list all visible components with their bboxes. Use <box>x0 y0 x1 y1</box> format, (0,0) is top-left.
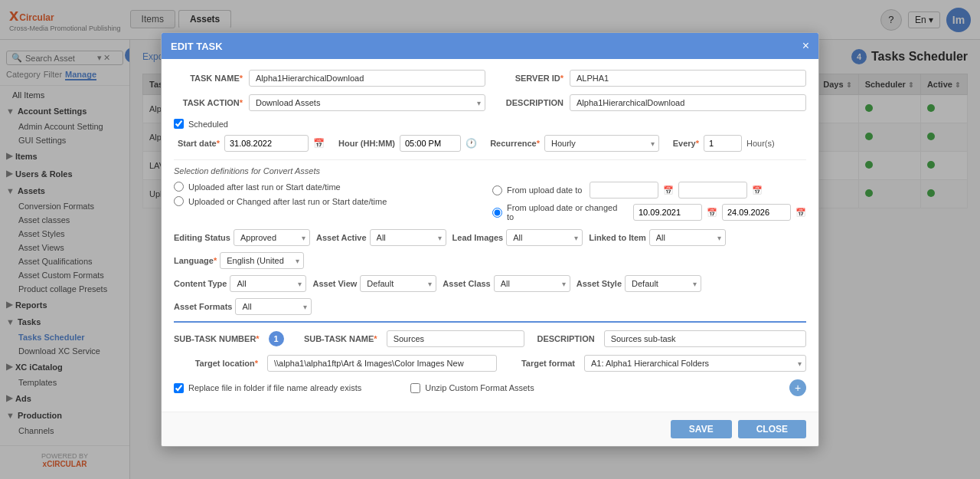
selection-title: Selection definitions for Convert Assets <box>174 166 806 176</box>
radio-from-upload-changed-label: From upload date or changed to <box>507 203 626 221</box>
subtask-desc-input[interactable] <box>604 330 806 347</box>
sub-task-section: SUB-TASK NUMBER* 1 SUB-TASK NAME* DESCRI… <box>174 321 806 396</box>
language-select[interactable]: English (United <box>220 252 304 269</box>
language-label: Language* <box>174 256 217 265</box>
radio-from-upload-changed-to: From upload date or changed to 📅 📅 <box>492 203 806 221</box>
target-location-label: Target location* <box>174 359 258 368</box>
radio-uploaded-after-input[interactable] <box>174 182 184 192</box>
main-layout: ‹ 🔍 ▾ ✕ Category Filter Manage All Items <box>0 40 980 479</box>
modal-footer: SAVE CLOSE <box>162 412 818 446</box>
modal-title: EDIT TASK <box>171 41 223 52</box>
radio-from-upload-to: From upload date to 📅 📅 <box>492 182 806 198</box>
radio-from-upload-to-input[interactable] <box>492 185 502 195</box>
hour-input[interactable] <box>400 135 461 152</box>
target-format-label: Target format <box>506 359 575 368</box>
subtask-name-label: SUB-TASK NAME* <box>293 334 377 343</box>
modal-overlay: EDIT TASK × TASK NAME* SERVER ID* <box>130 40 980 479</box>
linked-to-item-label: Linked to Item <box>589 233 646 242</box>
editing-status-select[interactable]: ApprovedAllDraft <box>234 229 310 246</box>
start-date-label: Start date* <box>174 139 220 148</box>
description-input[interactable] <box>570 94 806 111</box>
asset-active-label: Asset Active <box>316 233 367 242</box>
radio-uploaded-changed-label: Uploaded or Changed after last run or St… <box>188 197 387 206</box>
subtask-name-input[interactable] <box>387 330 524 347</box>
server-id-input[interactable] <box>570 70 806 87</box>
asset-style-label: Asset Style <box>577 279 622 288</box>
editing-status-label: Editing Status <box>174 233 230 242</box>
subtask-number-label: SUB-TASK NUMBER* <box>174 334 260 343</box>
to-date-input-1[interactable] <box>633 204 702 221</box>
unzip-checkbox[interactable] <box>410 383 420 393</box>
target-format-select[interactable]: A1: Alpha1 Hierarchical Folders <box>584 355 806 372</box>
task-name-label: TASK NAME* <box>174 74 243 83</box>
lead-images-select[interactable]: AllYesNo <box>506 229 583 246</box>
asset-view-select[interactable]: DefaultAll <box>360 275 436 292</box>
calendar-icon-5[interactable]: 📅 <box>795 208 806 218</box>
hour-label: Hour (HH:MM) <box>334 139 395 148</box>
asset-style-select[interactable]: DefaultAll <box>625 275 701 292</box>
scheduled-checkbox[interactable] <box>174 119 184 129</box>
task-action-label: TASK ACTION* <box>174 98 243 107</box>
subtask-row-1: SUB-TASK NUMBER* 1 SUB-TASK NAME* DESCRI… <box>174 330 806 347</box>
edit-task-modal: EDIT TASK × TASK NAME* SERVER ID* <box>161 40 819 447</box>
content-type-filter: Content Type All <box>174 275 306 292</box>
language-filter: Language* English (United <box>174 252 304 269</box>
description-label: DESCRIPTION <box>495 98 564 107</box>
target-location-input[interactable] <box>267 355 497 372</box>
calendar-icon-2[interactable]: 📅 <box>663 185 674 195</box>
subtask-options-row: Replace file in folder if file name alre… <box>174 379 806 396</box>
content-type-select[interactable]: All <box>230 275 306 292</box>
radio-group-right: From upload date to 📅 📅 From upload date… <box>492 182 806 221</box>
scheduled-label: Scheduled <box>188 120 228 129</box>
editing-status-filter: Editing Status ApprovedAllDraft <box>174 229 310 246</box>
radio-uploaded-changed: Uploaded or Changed after last run or St… <box>174 196 488 206</box>
linked-to-item-select[interactable]: All <box>649 229 726 246</box>
asset-class-label: Asset Class <box>443 279 490 288</box>
save-button[interactable]: SAVE <box>671 420 732 438</box>
replace-file-checkbox[interactable] <box>174 383 184 393</box>
task-name-input[interactable] <box>249 70 485 87</box>
recurrence-label: Recurrence* <box>486 139 540 148</box>
unzip-label: Unzip Custom Format Assets <box>425 383 534 392</box>
modal-body: TASK NAME* SERVER ID* TASK ACTION* <box>162 59 818 412</box>
asset-class-select[interactable]: All <box>494 275 570 292</box>
form-row-names: TASK NAME* SERVER ID* <box>174 70 806 87</box>
server-id-label: SERVER ID* <box>495 74 564 83</box>
radio-from-upload-to-label: From upload date to <box>507 185 582 195</box>
content-type-label: Content Type <box>174 279 227 288</box>
asset-active-filter: Asset Active AllYesNo <box>316 229 446 246</box>
asset-formats-filter: Asset Formats All <box>174 298 312 315</box>
asset-view-label: Asset View <box>312 279 357 288</box>
add-subtask-button[interactable]: + <box>789 379 806 396</box>
modal-close-x-button[interactable]: × <box>802 40 809 53</box>
calendar-icon-4[interactable]: 📅 <box>707 208 717 218</box>
lead-images-label: Lead Images <box>452 233 504 242</box>
radio-uploaded-after: Uploaded after last run or Start date/ti… <box>174 182 488 192</box>
radio-uploaded-after-label: Uploaded after last run or Start date/ti… <box>188 182 341 192</box>
linked-to-item-filter: Linked to Item All <box>589 229 726 246</box>
from-date-input-2[interactable] <box>678 182 747 198</box>
asset-view-filter: Asset View DefaultAll <box>312 275 436 292</box>
app-container: x Circular Cross-Media Promotional Publi… <box>0 0 980 479</box>
asset-class-filter: Asset Class All <box>443 275 570 292</box>
form-row-action-desc: TASK ACTION* Download Assets Upload Asse… <box>174 94 806 111</box>
from-date-input-1[interactable] <box>590 182 658 198</box>
hours-unit-label: Hour(s) <box>746 139 775 148</box>
replace-file-label: Replace file in folder if file name alre… <box>188 383 361 392</box>
asset-active-select[interactable]: AllYesNo <box>370 229 446 246</box>
filter-row-2: Content Type All Asset View <box>174 275 806 315</box>
calendar-icon-3[interactable]: 📅 <box>752 185 763 195</box>
recurrence-select[interactable]: Hourly Daily Weekly Monthly NonRecurring <box>544 135 659 152</box>
close-button[interactable]: CLOSE <box>738 420 806 438</box>
subtask-row-2: Target location* Target format A1: Alpha… <box>174 355 806 372</box>
asset-formats-select[interactable]: All <box>235 298 312 315</box>
start-date-input[interactable] <box>224 135 309 152</box>
every-input[interactable] <box>704 135 742 152</box>
datetime-row: Start date* 📅 Hour (HH:MM) 🕐 Recurrence* <box>174 135 806 152</box>
to-date-input-2[interactable] <box>722 204 791 221</box>
radio-uploaded-changed-input[interactable] <box>174 196 184 206</box>
calendar-icon[interactable]: 📅 <box>313 138 325 149</box>
radio-from-upload-changed-input[interactable] <box>492 208 502 218</box>
task-action-select[interactable]: Download Assets Upload Assets Upload Ite… <box>249 94 485 111</box>
asset-formats-label: Asset Formats <box>174 302 232 311</box>
